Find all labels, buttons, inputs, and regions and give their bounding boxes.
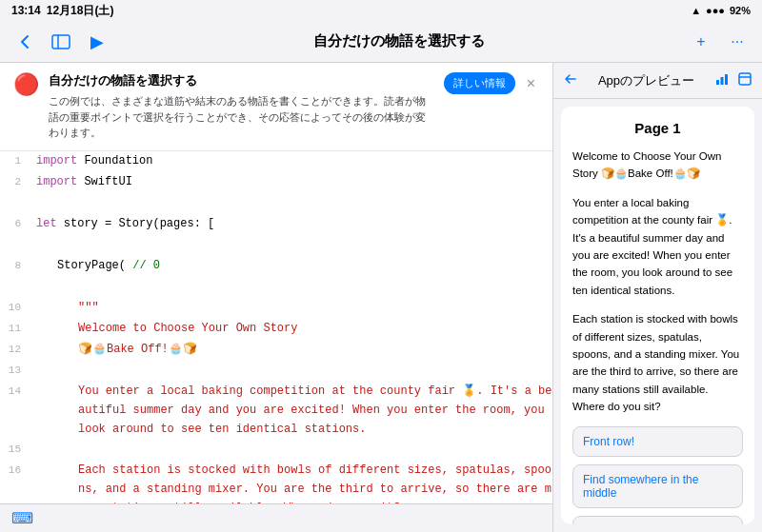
code-line: 1 import Foundation xyxy=(0,151,552,172)
preview-paragraph-1: Welcome to Choose Your Own Story 🍞🧁Bake … xyxy=(572,148,743,183)
preview-back-icon[interactable] xyxy=(563,71,578,90)
svg-rect-2 xyxy=(716,80,719,85)
code-line: 12 🍞🧁Bake Off!🧁🍞 xyxy=(0,340,552,361)
preview-chart-icon[interactable] xyxy=(714,71,730,90)
banner-title: 自分だけの物語を選択する xyxy=(49,72,434,89)
keyboard-icon[interactable]: ⌨ xyxy=(11,509,33,527)
code-line: 16 Each station is stocked with bowls of… xyxy=(0,461,552,503)
code-line-empty: 13 xyxy=(0,361,552,382)
preview-page-title: Page 1 xyxy=(572,120,743,136)
wifi-icon: ▲ xyxy=(691,5,701,16)
banner-text: この例では、さまざまな道筋や結末のある物語を書くことができます。読者が物語の重要… xyxy=(49,93,434,141)
preview-paragraph-3: Each station is stocked with bowls of di… xyxy=(572,310,743,415)
detail-info-button[interactable]: 詳しい情報 xyxy=(444,72,515,94)
code-line: 2 import SwiftUI xyxy=(0,172,552,193)
preview-paragraph-2: You enter a local baking competition at … xyxy=(572,194,743,299)
battery-display: 92% xyxy=(730,5,751,16)
code-line: 10 """ xyxy=(0,298,552,319)
code-line-empty xyxy=(0,277,552,298)
main-content: 🔴 自分だけの物語を選択する この例では、さまざまな道筋や結末のある物語を書くこ… xyxy=(0,63,762,532)
preview-content-area: Page 1 Welcome to Choose Your Own Story … xyxy=(561,107,754,524)
code-line-empty xyxy=(0,235,552,256)
sidebar-toggle-button[interactable] xyxy=(48,29,74,55)
code-line: 8 StoryPage( // 0 xyxy=(0,256,552,277)
code-line: 11 Welcome to Choose Your Own Story xyxy=(0,319,552,340)
code-editor-panel: 🔴 自分だけの物語を選択する この例では、さまざまな道筋や結末のある物語を書くこ… xyxy=(0,63,552,532)
banner-close-button[interactable]: × xyxy=(523,75,539,92)
choice-button-front-row[interactable]: Front row! xyxy=(572,426,743,457)
banner-icon: 🔴 xyxy=(13,72,39,97)
code-line: 6 let story = Story(pages: [ xyxy=(0,214,552,235)
preview-panel: Appのプレビュー Page 1 W xyxy=(552,63,762,532)
code-line-empty: 15 xyxy=(0,440,552,461)
document-title: 自分だけの物語を選択する xyxy=(313,32,485,49)
signal-icon: ●●● xyxy=(706,5,725,16)
editor-bottom-bar: ⌨ xyxy=(0,503,552,532)
more-options-button[interactable]: ··· xyxy=(724,29,751,55)
back-button[interactable] xyxy=(11,29,38,55)
svg-rect-0 xyxy=(52,35,70,49)
choice-button-middle[interactable]: Find somewhere in the middle xyxy=(572,464,743,508)
add-button[interactable]: + xyxy=(688,29,714,55)
svg-rect-5 xyxy=(739,73,751,85)
play-button[interactable]: ▶ xyxy=(84,29,110,55)
preview-window-icon[interactable] xyxy=(737,71,752,90)
main-toolbar: ▶ 自分だけの物語を選択する + ··· xyxy=(0,21,762,63)
status-bar: 13:14 12月18日(土) ▲ ●●● 92% xyxy=(0,0,762,21)
time-display: 13:14 xyxy=(11,4,41,17)
preview-panel-title: Appのプレビュー xyxy=(598,72,694,89)
code-editor[interactable]: 1 import Foundation 2 import SwiftUI 6 l… xyxy=(0,151,552,504)
info-banner: 🔴 自分だけの物語を選択する この例では、さまざまな道筋や結末のある物語を書くこ… xyxy=(0,63,552,151)
svg-rect-3 xyxy=(720,77,723,85)
choice-button-back[interactable]: Back of the room xyxy=(572,516,743,524)
svg-rect-4 xyxy=(725,74,728,85)
code-line-empty xyxy=(0,193,552,214)
preview-toolbar: Appのプレビュー xyxy=(553,63,762,99)
date-display: 12月18日(土) xyxy=(47,3,114,19)
code-line: 14 You enter a local baking competition … xyxy=(0,382,552,440)
